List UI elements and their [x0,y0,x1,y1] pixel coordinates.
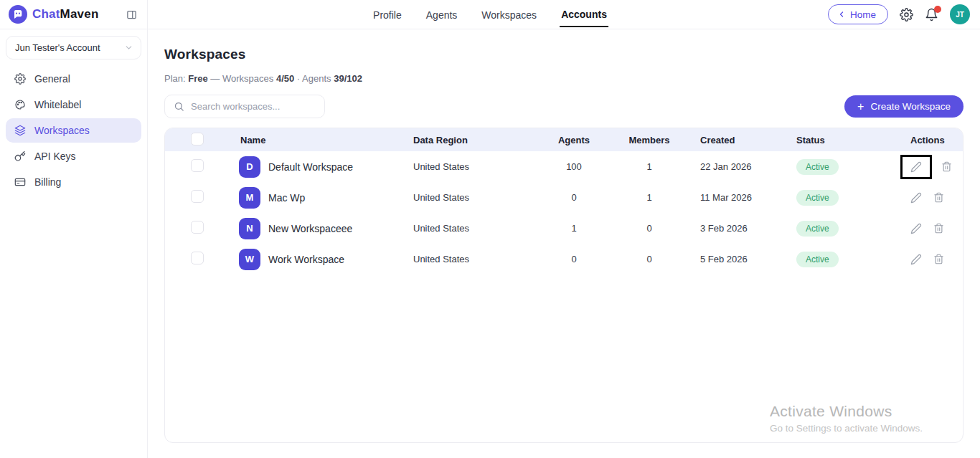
brand-name: ChatMaven [32,7,99,22]
column-header-name: Name [237,135,409,145]
top-nav: Profile Agents Workspaces Accounts [372,0,608,29]
header-brand-area: ChatMaven [0,0,148,29]
plus-icon: + [857,101,864,113]
edit-pencil-icon[interactable] [908,221,924,237]
table-toolbar: + Create Workspace [164,95,963,118]
workspace-members-count: 1 [606,192,692,203]
account-selector[interactable]: Jun Tester's Account [6,36,141,59]
workspace-members-count: 0 [606,223,692,234]
sidebar: Jun Tester's Account General [0,29,148,458]
status-badge: Active [796,252,839,267]
workspace-region: United States [409,192,542,203]
row-checkbox[interactable] [191,190,204,203]
layers-icon [14,125,26,136]
search-icon [174,101,184,112]
notifications-bell-icon[interactable] [925,8,938,22]
column-header-created: Created [692,135,796,145]
delete-trash-icon[interactable] [939,159,954,174]
home-button[interactable]: Home [828,4,888,24]
sidebar-item-label: API Keys [34,151,76,162]
top-header: ChatMaven Profile Agents Workspaces Acco… [0,0,980,29]
delete-trash-icon[interactable] [931,190,946,205]
workspace-members-count: 0 [606,254,692,264]
plan-name: Free [188,73,207,84]
status-badge: Active [796,159,839,175]
workspaces-table: Name Data Region Agents Members Created … [164,128,963,443]
workspace-region: United States [409,254,542,264]
chevron-down-icon [124,43,133,52]
workspace-name: Mac Wp [268,192,305,204]
select-all-checkbox[interactable] [191,133,204,145]
workspace-name: Work Workspace [268,254,344,265]
sidebar-item-api-keys[interactable]: API Keys [6,144,141,168]
create-workspace-button[interactable]: + Create Workspace [844,95,963,118]
column-header-actions: Actions [904,135,963,145]
column-header-agents: Agents [542,135,606,145]
tab-accounts[interactable]: Accounts [560,1,608,27]
gear-icon [14,73,26,85]
workspace-created-date: 11 Mar 2026 [692,192,796,203]
settings-gear-icon[interactable] [900,8,913,22]
edit-pencil-icon[interactable] [908,159,924,175]
home-button-label: Home [850,9,876,20]
sidebar-item-billing[interactable]: Billing [6,170,141,194]
sidebar-item-label: Workspaces [34,125,90,136]
sidebar-toggle-icon[interactable] [126,9,137,20]
row-checkbox[interactable] [191,221,204,234]
agents-usage: 39/102 [334,73,362,84]
status-badge: Active [796,190,839,206]
row-checkbox[interactable] [191,159,204,172]
workspace-region: United States [409,161,542,172]
workspace-agents-count: 0 [542,254,606,264]
key-icon [14,151,26,162]
sidebar-item-general[interactable]: General [6,67,141,91]
plan-summary: Plan: Free — Workspaces 4/50 · Agents 39… [164,73,963,84]
sidebar-item-label: General [34,73,70,85]
table-row: N New Workspaceee United States 1 0 3 Fe… [165,213,963,244]
workspace-agents-count: 0 [542,192,606,203]
table-header-row: Name Data Region Agents Members Created … [165,128,963,151]
workspace-members-count: 1 [606,161,692,172]
credit-card-icon [14,176,26,188]
tab-agents[interactable]: Agents [425,2,459,27]
user-avatar[interactable]: JT [950,4,970,24]
column-header-status: Status [796,135,904,145]
tab-workspaces[interactable]: Workspaces [480,2,538,27]
sidebar-item-workspaces[interactable]: Workspaces [6,118,141,143]
edit-pencil-icon[interactable] [908,252,924,267]
brand-logo: ChatMaven [9,5,99,24]
workspace-agents-count: 100 [542,161,606,172]
main-content: Workspaces Plan: Free — Workspaces 4/50 … [148,29,980,458]
delete-trash-icon[interactable] [931,221,946,236]
workspace-initial-avatar: N [239,218,260,239]
column-header-data-region: Data Region [409,135,542,145]
workspace-initial-avatar: M [239,187,260,209]
workspace-agents-count: 1 [542,223,606,234]
sidebar-item-whitelabel[interactable]: Whitelabel [6,92,141,117]
row-checkbox[interactable] [191,252,204,264]
chevron-left-icon [837,10,846,19]
workspace-created-date: 22 Jan 2026 [692,161,796,172]
chat-bubble-logo-icon [9,5,27,24]
account-selector-label: Jun Tester's Account [15,42,100,53]
focus-highlight-box [900,155,932,179]
table-row: W Work Workspace United States 0 0 5 Feb… [165,244,963,275]
palette-icon [14,99,26,110]
workspace-initial-avatar: W [239,249,260,270]
header-actions: Home JT [828,4,980,24]
column-header-members: Members [606,135,692,145]
workspace-search[interactable] [164,95,325,118]
sidebar-item-label: Whitelabel [34,99,81,110]
sidebar-item-label: Billing [34,176,61,188]
delete-trash-icon[interactable] [931,252,946,267]
app-root: ChatMaven Profile Agents Workspaces Acco… [0,0,980,458]
create-workspace-label: Create Workspace [870,101,951,112]
workspace-initial-avatar: D [239,156,260,178]
workspace-region: United States [409,223,542,234]
status-badge: Active [796,221,839,237]
table-row: D Default Workspace United States 100 1 … [165,151,963,182]
edit-pencil-icon[interactable] [908,190,924,206]
workspace-name: New Workspaceee [268,223,352,234]
tab-profile[interactable]: Profile [372,2,403,27]
search-input[interactable] [191,101,317,112]
